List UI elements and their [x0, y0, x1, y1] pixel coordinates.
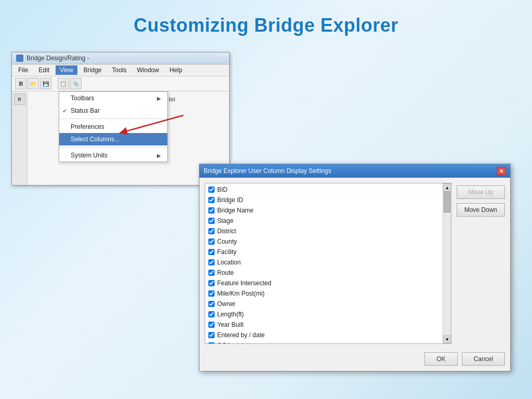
list-item-checkbox[interactable]	[208, 238, 215, 245]
dropdown-statusbar[interactable]: ✓ Status Bar	[59, 104, 167, 117]
menu-bridge[interactable]: Bridge	[79, 65, 106, 75]
menu-help[interactable]: Help	[165, 65, 187, 75]
list-item-checkbox[interactable]	[208, 228, 215, 234]
list-item-checkbox[interactable]	[208, 290, 215, 297]
move-up-button[interactable]: Move Up	[457, 185, 505, 199]
dropdown-separator-1	[59, 118, 167, 119]
menu-window: Bridge Design/Rating - File Edit View Br…	[11, 52, 230, 185]
dialog-footer: OK Cancel	[200, 349, 510, 371]
list-item-label: Bridge ID	[217, 196, 243, 204]
list-item-label: Feature Intersected	[217, 280, 271, 287]
dialog-window: Bridge Explorer User Column Display Sett…	[199, 164, 511, 371]
list-item-checkbox[interactable]	[208, 270, 215, 276]
list-item-label: QC by / date	[217, 342, 252, 343]
toolbar-btn-4[interactable]: 📋	[58, 78, 69, 89]
toolbars-arrow-icon: ▶	[157, 96, 161, 101]
list-item-label: Entered by / date	[217, 331, 264, 339]
list-item[interactable]: Bridge ID	[205, 195, 443, 205]
list-item-checkbox[interactable]	[208, 332, 215, 338]
list-item[interactable]: BID	[205, 184, 443, 195]
list-item[interactable]: Feature Intersected	[205, 278, 443, 288]
dialog-close-button[interactable]: ✕	[497, 167, 506, 175]
list-item-checkbox[interactable]	[208, 218, 215, 224]
sidebar-btn-1[interactable]: B	[14, 94, 25, 105]
menu-file[interactable]: File	[14, 65, 32, 75]
dialog-titlebar: Bridge Explorer User Column Display Sett…	[200, 164, 510, 178]
list-item-checkbox[interactable]	[208, 187, 215, 193]
list-item-label: District	[217, 228, 236, 235]
toolbar-btn-1[interactable]: 🖹	[15, 78, 26, 89]
menu-toolbar: 🖹 📁 💾 📋 📎	[12, 76, 229, 91]
scroll-up-button[interactable]: ▲	[443, 183, 451, 192]
list-item-checkbox[interactable]	[208, 280, 215, 286]
statusbar-check-icon: ✓	[62, 108, 67, 114]
menu-sidebar: B	[12, 91, 28, 185]
list-item[interactable]: Owner	[205, 299, 443, 309]
ok-button[interactable]: OK	[424, 352, 457, 366]
dropdown-systemunits-wrapper: System Units ▶	[59, 149, 167, 162]
list-item[interactable]: Year Built	[205, 320, 443, 330]
list-item-label: Bridge Name	[217, 207, 254, 214]
scroll-down-button[interactable]: ▼	[443, 335, 451, 343]
column-list: BIDBridge IDBridge NameStageDistrictCoun…	[205, 183, 443, 343]
list-item-checkbox[interactable]	[208, 249, 215, 255]
list-item-checkbox[interactable]	[208, 259, 215, 265]
list-item-label: Location	[217, 259, 241, 266]
dialog-body: BIDBridge IDBridge NameStageDistrictCoun…	[200, 178, 510, 349]
systemunits-arrow-icon: ▶	[157, 153, 161, 158]
list-item[interactable]: Entered by / date	[205, 330, 443, 340]
list-item-checkbox[interactable]	[208, 311, 215, 317]
dropdown-toolbars-wrapper: Toolbars ▶	[59, 92, 167, 104]
menu-menubar[interactable]: File Edit View Bridge Tools Window Help	[12, 64, 229, 76]
dropdown-preferences-wrapper: Preferences	[59, 121, 167, 133]
list-item-checkbox[interactable]	[208, 322, 215, 328]
list-item[interactable]: County	[205, 236, 443, 247]
menu-view[interactable]: View	[56, 65, 77, 75]
move-down-button[interactable]: Move Down	[457, 203, 505, 217]
menu-titlebar: Bridge Design/Rating -	[12, 52, 229, 64]
list-item-checkbox[interactable]	[208, 207, 215, 214]
list-item-label: BID	[217, 186, 228, 193]
column-list-container: BIDBridge IDBridge NameStageDistrictCoun…	[205, 183, 451, 344]
list-item-checkbox[interactable]	[208, 301, 215, 307]
menu-content-area: B Toolbars ▶ ✓ Status Bar	[12, 91, 229, 185]
dialog-title-text: Bridge Explorer User Column Display Sett…	[204, 167, 331, 175]
list-item[interactable]: Route	[205, 268, 443, 278]
dropdown-selectcolumns[interactable]: Select Columns...	[59, 133, 167, 145]
dropdown-separator-2	[59, 147, 167, 148]
list-item[interactable]: Length(ft)	[205, 309, 443, 320]
scrollbar[interactable]: ▲ ▼	[443, 183, 451, 343]
cancel-button[interactable]: Cancel	[462, 352, 505, 366]
menu-tools[interactable]: Tools	[108, 65, 131, 75]
dropdown-systemunits[interactable]: System Units ▶	[59, 149, 167, 162]
toolbar-btn-5[interactable]: 📎	[70, 78, 82, 89]
toolbar-btn-3[interactable]: 💾	[40, 78, 51, 89]
dropdown-toolbars[interactable]: Toolbars ▶	[59, 92, 167, 104]
scroll-thumb[interactable]	[444, 192, 450, 212]
dropdown-systemunits-label: System Units	[71, 152, 108, 159]
list-item-label: Facility	[217, 248, 236, 256]
menu-edit[interactable]: Edit	[34, 65, 54, 75]
list-item-checkbox[interactable]	[208, 197, 215, 203]
toolbar-btn-2[interactable]: 📁	[28, 78, 39, 89]
list-item[interactable]: Stage	[205, 216, 443, 226]
list-item-label: Year Built	[217, 321, 244, 328]
menu-window[interactable]: Window	[133, 65, 164, 75]
dropdown-selectcolumns-wrapper: Select Columns...	[59, 133, 167, 145]
dropdown-preferences[interactable]: Preferences	[59, 121, 167, 133]
list-item[interactable]: Location	[205, 257, 443, 268]
list-item-label: Owner	[217, 300, 235, 308]
dropdown-statusbar-wrapper: ✓ Status Bar	[59, 104, 167, 117]
scroll-space	[443, 212, 451, 335]
list-item[interactable]: Mile/Km Post(mi)	[205, 288, 443, 299]
list-item[interactable]: District	[205, 226, 443, 236]
dropdown-statusbar-label: Status Bar	[71, 107, 100, 114]
list-item[interactable]: QC by / date	[205, 340, 443, 343]
list-item[interactable]: Bridge Name	[205, 205, 443, 216]
dropdown-selectcolumns-label: Select Columns...	[71, 136, 119, 143]
list-item-label: Route	[217, 269, 234, 276]
list-item-label: Mile/Km Post(mi)	[217, 290, 264, 297]
list-item-checkbox[interactable]	[208, 342, 215, 343]
dialog-action-buttons: Move Up Move Down	[457, 183, 505, 344]
list-item[interactable]: Facility	[205, 247, 443, 257]
